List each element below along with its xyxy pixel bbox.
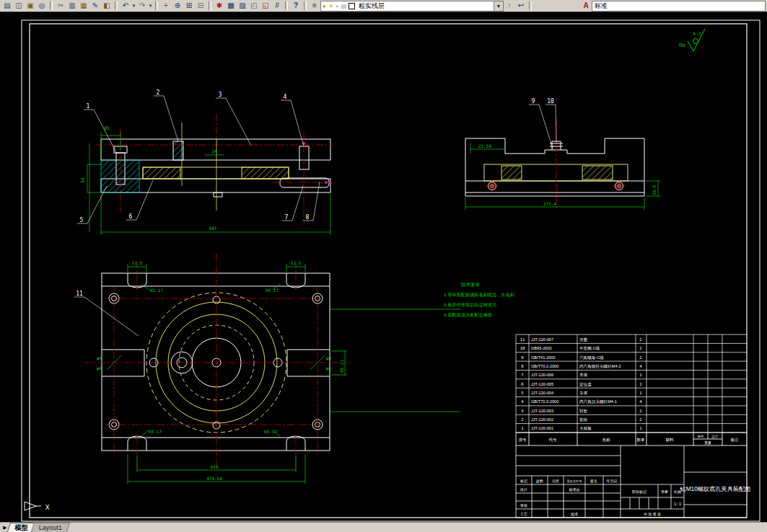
balloon-5: 5 [80, 217, 84, 223]
help-icon[interactable]: ? [290, 1, 302, 11]
layer-dropdown-arrow-icon[interactable]: ▼ [494, 1, 503, 11]
bom-row: 3 JJT-120-003 衬套 2 [521, 409, 641, 414]
plan-bolts [109, 293, 323, 430]
bom-qty: 2 [639, 337, 641, 342]
notes-title: 技术要求 [460, 282, 481, 288]
markup-icon[interactable]: ◱ [260, 1, 271, 11]
note-line: 2.各部件安装后应运转灵活 [444, 302, 496, 308]
publish-icon[interactable]: ▣ [25, 1, 36, 11]
bom-row: 4 GB/T70.3-2000 内六角沉头螺钉M4-1 4 [521, 399, 642, 404]
layer-dropdown[interactable]: ● ☀ ▪ ▤ 粗实线层 ▼ [320, 1, 504, 12]
balloon-8: 8 [306, 214, 310, 221]
match-properties-icon[interactable]: ✎ [89, 1, 101, 11]
bom-no: 4 [521, 399, 524, 404]
quick-calc-icon[interactable]: # [271, 1, 283, 11]
bom-code: GB/T70.1-2000 [531, 364, 558, 368]
make-layer-current-icon[interactable]: ↑ [504, 1, 515, 11]
tool-palettes-icon[interactable]: ▨ [237, 1, 248, 11]
zoom-realtime-icon[interactable]: ⊕ [172, 1, 183, 11]
layer-plot-icon: ▤ [341, 3, 347, 9]
svg-text:阶段标记: 阶段标记 [632, 489, 647, 495]
style-dropdown[interactable]: 标准 [592, 1, 766, 12]
svg-text:批准: 批准 [571, 512, 578, 517]
hole-label: φ4 [326, 365, 332, 371]
zoom-previous-icon[interactable]: ⊟ [195, 1, 206, 11]
bom-name: 定位盘 [579, 382, 592, 387]
plot-preview-icon[interactable]: ◫ [13, 1, 25, 11]
bom-code: JJT-120-006 [531, 373, 553, 377]
surface-finish-symbol: Ra 6.3 [679, 29, 705, 51]
front-flange [143, 167, 289, 179]
tab-layout1[interactable]: Layout1 [31, 523, 70, 532]
bom-no: 8 [521, 364, 524, 368]
svg-text:备注: 备注 [730, 438, 739, 443]
web-icon[interactable]: ◎ [36, 1, 48, 11]
svg-text:设计: 设计 [520, 487, 527, 492]
svg-text:更改文件号: 更改文件号 [567, 479, 583, 483]
bom-no: 2 [521, 417, 523, 422]
front-view[interactable]: 85 54 497 24 1 2 3 4 5 6 7 8 [77, 89, 338, 235]
bom-qty: 2 [639, 346, 641, 350]
block-editor-icon[interactable]: ◧ [101, 1, 113, 11]
bom-qty: 2 [639, 417, 641, 422]
balloon-3: 3 [219, 92, 222, 98]
zoom-window-icon[interactable]: ⊞ [183, 1, 195, 11]
redo-icon[interactable]: ↷ [136, 1, 148, 11]
bom-code: JJT-120-004 [531, 391, 553, 395]
bom-row: 6 JJT-120-005 定位盘 1 [521, 382, 641, 387]
bom-name: 主体 [579, 391, 588, 395]
layer-previous-icon[interactable]: ↩ [515, 1, 527, 11]
note-line: 1.零件装配前清除毛刺锐边，去毛刺 [444, 292, 514, 298]
paste-icon[interactable]: ▦ [78, 1, 89, 11]
hole-label: φ4 [97, 355, 102, 361]
radius-label: R5.17 [266, 288, 279, 293]
dim-text: 11.5 [291, 260, 302, 265]
bom-row: 5 JJT-120-004 主体 1 [521, 391, 641, 395]
drawing-svg[interactable]: 85 54 497 24 1 2 3 4 5 6 7 8 [0, 0, 767, 532]
svg-text:年月日: 年月日 [607, 479, 618, 484]
toolbar-separator [304, 1, 307, 10]
cut-icon[interactable]: ✂ [55, 1, 66, 11]
svg-text:代号: 代号 [548, 438, 557, 442]
bom-qty: 2 [639, 409, 641, 413]
radius-label: R5.17 [150, 288, 163, 293]
balloon-10: 10 [547, 98, 554, 105]
svg-text:数量: 数量 [636, 438, 645, 442]
dim-text: 375.4 [543, 201, 556, 206]
style-name: 标准 [592, 1, 610, 11]
bom-name: 内六角圆柱头螺钉M4-2 [579, 364, 621, 369]
balloon-9: 9 [532, 98, 535, 105]
sheet-frame [22, 20, 760, 521]
bom-code: GB/T41-2000 [531, 355, 556, 360]
copy-icon[interactable]: ▥ [66, 1, 78, 11]
undo-icon[interactable]: ↶ [120, 1, 131, 11]
plan-view[interactable]: 11.5 11.5 R5.17 R5.17 R5.17 R5.17 φ4 φ4 … [74, 254, 348, 484]
undo-dropdown-icon[interactable]: ▾ [131, 1, 136, 11]
pan-icon[interactable]: + [160, 1, 172, 11]
bom-code: JJT-120-003 [531, 409, 553, 413]
drawing-title: 钻M10螺纹底孔夹具装配图 [680, 486, 751, 492]
sheet-count: 共 张 第 张 [644, 512, 661, 517]
svg-text:签名: 签名 [590, 479, 597, 484]
dim-text: 21.59 [478, 143, 491, 148]
redo-dropdown-icon[interactable]: ▾ [148, 1, 153, 11]
layer-color-swatch [349, 3, 355, 9]
ucs-x-label: X [45, 504, 50, 511]
dim-text: 85 [104, 125, 110, 130]
svg-text:标记: 标记 [520, 479, 527, 484]
bom-header: 序号 代号 名称 数量 材料 单件 总计 重量 备注 [518, 435, 739, 445]
layer-properties-icon[interactable]: ≡ [309, 1, 320, 11]
balloon-7: 7 [285, 214, 289, 221]
sheet-set-icon[interactable]: ◰ [248, 1, 260, 11]
bom-code: JJT-120-005 [531, 382, 553, 386]
designcenter-icon[interactable]: ▩ [225, 1, 237, 11]
drawing-canvas[interactable]: 85 54 497 24 1 2 3 4 5 6 7 8 [0, 0, 767, 532]
radius-label: R5.17 [149, 429, 162, 434]
bom-no: 9 [521, 355, 523, 360]
bom-no: 1 [521, 426, 523, 430]
plot-icon[interactable]: ▤ [1, 1, 13, 11]
text-style-icon[interactable]: A [580, 1, 592, 11]
properties-icon[interactable]: ✱ [214, 1, 225, 11]
svg-text:工艺: 工艺 [520, 512, 527, 516]
radius-label: R5.17 [264, 429, 277, 434]
